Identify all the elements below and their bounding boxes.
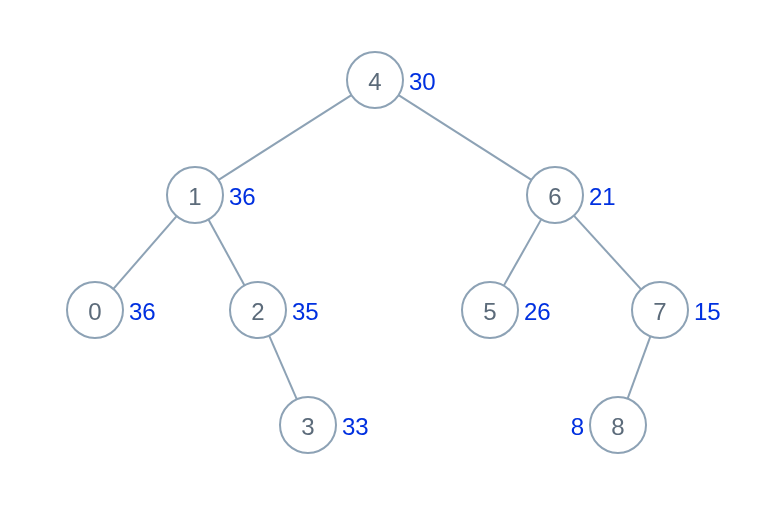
node-label-3: 3 — [301, 413, 314, 440]
node-label-4: 4 — [368, 68, 381, 95]
edge-2-3 — [269, 336, 297, 400]
edge-6-5 — [504, 219, 541, 285]
node-annot-5: 26 — [524, 298, 551, 325]
node-annot-0: 36 — [129, 298, 156, 325]
node-4: 430 — [347, 52, 436, 108]
edge-7-8 — [628, 336, 651, 398]
node-annot-2: 35 — [292, 298, 319, 325]
node-annot-8: 8 — [571, 413, 584, 440]
node-label-5: 5 — [483, 298, 496, 325]
node-8: 88 — [571, 397, 646, 453]
node-5: 526 — [462, 282, 551, 338]
node-2: 235 — [230, 282, 319, 338]
edge-4-6 — [399, 95, 532, 180]
edge-6-7 — [574, 216, 641, 290]
node-1: 136 — [167, 167, 256, 223]
nodes-layer: 43013662103623552671533388 — [67, 52, 721, 453]
node-label-8: 8 — [611, 413, 624, 440]
node-6: 621 — [527, 167, 616, 223]
node-3: 333 — [280, 397, 369, 453]
node-annot-1: 36 — [229, 183, 256, 210]
node-7: 715 — [632, 282, 721, 338]
node-label-2: 2 — [251, 298, 264, 325]
node-0: 036 — [67, 282, 156, 338]
edges-layer — [113, 95, 650, 399]
node-label-6: 6 — [548, 183, 561, 210]
node-label-0: 0 — [88, 298, 101, 325]
node-annot-7: 15 — [694, 298, 721, 325]
node-annot-4: 30 — [409, 68, 436, 95]
edge-1-2 — [208, 220, 244, 286]
node-label-1: 1 — [188, 183, 201, 210]
node-annot-3: 33 — [342, 413, 369, 440]
edge-1-0 — [113, 216, 176, 289]
node-label-7: 7 — [653, 298, 666, 325]
edge-4-1 — [219, 95, 352, 180]
node-annot-6: 21 — [589, 183, 616, 210]
tree-diagram: 43013662103623552671533388 — [0, 0, 775, 529]
